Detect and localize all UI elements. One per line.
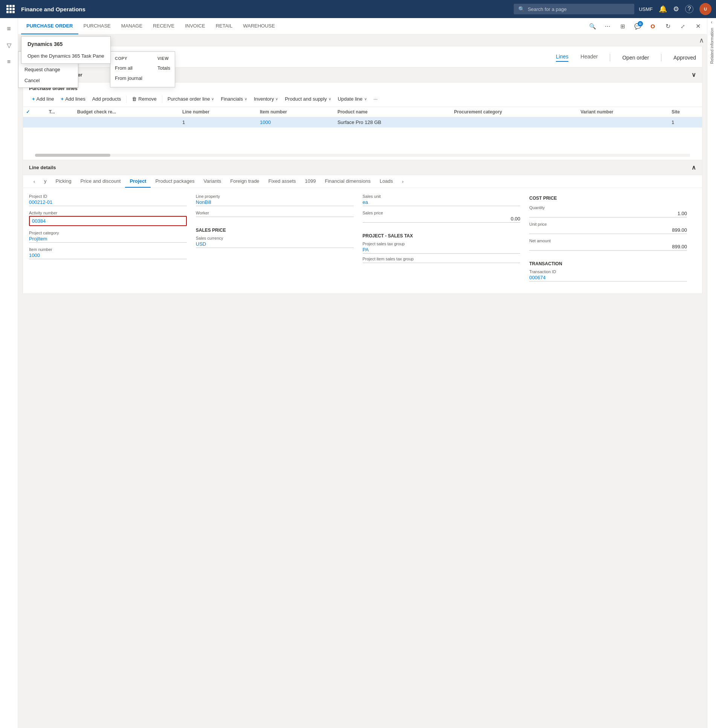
filter-icon[interactable]: ▽ [2,38,17,53]
tab-prev-btn[interactable]: ‹ [29,176,40,187]
tab-variants[interactable]: Variants [199,175,226,188]
nav-tabs: PURCHASE ORDER PURCHASE MANAGE RECEIVE I… [21,18,280,34]
line-property-field: Line property NonBill [196,194,354,206]
update-line-btn[interactable]: Update line ∨ [335,94,370,104]
table-header-row: ✓ T... Budget check re... Line number It… [23,107,702,117]
table-row[interactable]: 1 1000 Surface Pro 128 GB 1 [23,117,702,128]
worker-value[interactable] [196,216,354,217]
tab-picking[interactable]: Picking [51,175,76,188]
tab-loads[interactable]: Loads [375,175,397,188]
financials-btn[interactable]: Financials ∨ [218,94,250,104]
project-item-sales-tax-group-value[interactable] [363,262,521,263]
tab-retail[interactable]: RETAIL [211,18,238,34]
tab-foreign-trade[interactable]: Foreign trade [226,175,264,188]
product-and-supply-btn[interactable]: Product and supply ∨ [282,94,334,104]
view-col: VIEW Totals [157,56,170,83]
chevron-down-icon5: ∨ [364,97,367,101]
avatar[interactable]: U [699,3,711,15]
dynamics365-task-pane-item[interactable]: Open the Dynamics 365 Task Pane [21,50,110,62]
net-amount-value[interactable]: 899.00 [529,244,687,251]
section-line-details-label: Line details [29,165,56,170]
lines-toolbar: + Add line + Add lines Add products 🗑 Re… [23,91,702,107]
search-icon-small: 🔍 [589,23,596,30]
activity-number-box[interactable]: 00384 [29,216,187,226]
tab-purchase-order[interactable]: PURCHASE ORDER [21,18,78,34]
chevron-down-icon3: ∨ [275,97,278,101]
item-number-value[interactable]: 1000 [29,252,187,259]
tab-purchase[interactable]: PURCHASE [78,18,116,34]
search-input[interactable] [528,6,626,12]
notification-btn[interactable]: 💬 ⊞ [632,20,644,32]
col-t[interactable]: T... [46,107,74,117]
tab-warehouse[interactable]: WAREHOUSE [238,18,280,34]
gear-icon[interactable]: ⚙ [673,5,679,13]
tab-receive[interactable]: RECEIVE [148,18,180,34]
sales-unit-value[interactable]: ea [363,199,521,206]
col-item-number[interactable]: Item number [257,107,334,117]
search-bar-container: 🔍 [514,4,634,14]
sales-price-value[interactable]: 0.00 [363,216,521,223]
add-products-btn[interactable]: Add products [89,94,124,104]
purchase-order-line-btn[interactable]: Purchase order line ∨ [165,94,217,104]
po-tab-lines[interactable]: Lines [556,54,568,62]
apps-button[interactable] [5,3,17,15]
copy-from-all[interactable]: From all [115,64,142,72]
tab-invoice[interactable]: INVOICE [180,18,210,34]
sales-currency-value[interactable]: USD [196,241,354,248]
apps-small-icon[interactable]: ⊞ [617,20,629,32]
tab-1099[interactable]: 1099 [301,175,321,188]
po-tab-header[interactable]: Header [580,54,598,62]
refresh-btn[interactable]: ↻ [662,20,674,32]
more-label: ··· [374,96,378,102]
product-supply-label: Product and supply [285,96,327,102]
col-procurement[interactable]: Procurement category [451,107,578,117]
tab-manage[interactable]: MANAGE [116,18,148,34]
tab-price-discount[interactable]: Price and discount [76,175,125,188]
line-property-value[interactable]: NonBill [196,199,354,206]
col-variant[interactable]: Variant number [577,107,669,117]
bell-icon[interactable]: 🔔 [659,5,667,13]
transaction-id-value[interactable]: 000674 [529,275,687,281]
project-id-value[interactable]: 000212-01 [29,199,187,206]
right-panel[interactable]: ‹ Related information [707,18,716,728]
tab-product-packages[interactable]: Product packages [151,175,199,188]
tab-financial-dimensions[interactable]: Financial dimensions [321,175,375,188]
quantity-value[interactable]: 1.00 [529,211,687,217]
help-icon[interactable]: ? [685,5,693,13]
more-options-btn[interactable]: ··· [602,20,614,32]
grid-icon [6,5,15,13]
tab-y[interactable]: y [40,175,51,188]
office-icon[interactable]: O [647,20,659,32]
hamburger-icon[interactable]: ≡ [2,21,17,36]
col-line-number[interactable]: Line number [179,107,257,117]
inventory-btn[interactable]: Inventory ∨ [251,94,281,104]
col-product-name[interactable]: Product name [334,107,451,117]
collapse-strip: ∧ [18,35,707,46]
add-line-btn[interactable]: + Add line [29,94,57,104]
copy-from-journal[interactable]: From journal [115,74,142,83]
add-lines-btn[interactable]: + Add lines [58,94,89,104]
tab-project[interactable]: Project [125,175,151,188]
request-change-item[interactable]: Request change [18,64,78,75]
remove-btn[interactable]: 🗑 Remove [129,94,159,104]
project-sales-tax-group-value[interactable]: PA [363,247,521,254]
tab-fixed-assets[interactable]: Fixed assets [264,175,301,188]
search-toolbar-icon[interactable]: 🔍 [586,20,598,32]
collapse-btn[interactable]: ∧ [699,36,704,44]
section-line-details[interactable]: Line details ∧ [23,160,702,175]
col-site[interactable]: Site [669,107,702,117]
tab-next-btn[interactable]: › [397,176,408,187]
cancel-item[interactable]: Cancel [18,75,78,86]
center-area: Dynamics 365 Open the Dynamics 365 Task … [18,18,707,728]
close-btn[interactable]: ✕ [692,20,704,32]
list-icon[interactable]: ≡ [2,54,17,69]
maximize-btn[interactable]: ⤢ [677,20,689,32]
project-id-label: Project ID [29,194,187,199]
more-btn[interactable]: ··· [371,94,381,104]
project-category-value[interactable]: ProjItem [29,236,187,243]
h-scrollbar[interactable] [35,154,690,157]
project-sales-tax-group-label: Project sales tax group [363,242,521,246]
view-totals[interactable]: Totals [157,64,170,72]
unit-price-value[interactable]: 899.00 [529,227,687,234]
col-budget[interactable]: Budget check re... [74,107,179,117]
